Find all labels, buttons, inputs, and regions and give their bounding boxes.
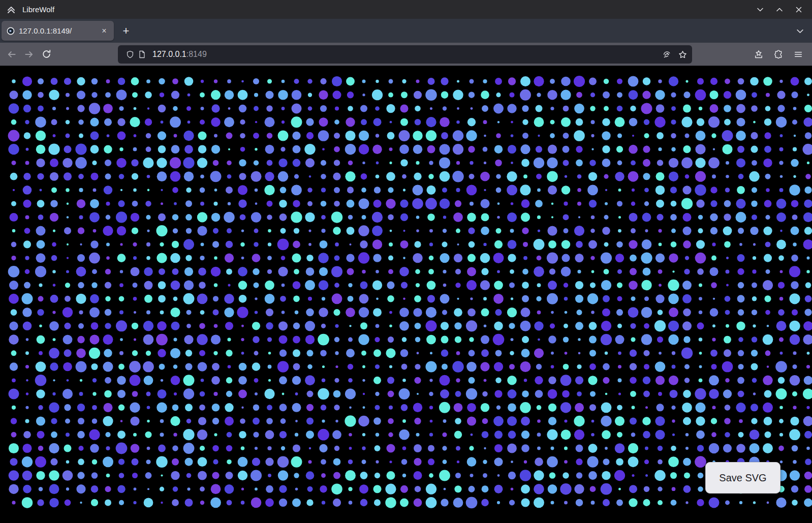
extensions-puzzle-icon[interactable] xyxy=(770,46,787,63)
bookmark-star-icon[interactable] xyxy=(678,50,687,59)
browser-tab[interactable]: 127.0.0.1:8149/ × xyxy=(2,21,114,41)
toolbar-right-icons xyxy=(750,46,807,63)
menu-hamburger-icon[interactable] xyxy=(790,46,807,63)
double-chevron-up-icon xyxy=(6,5,16,15)
window-controls xyxy=(753,3,806,17)
forward-button[interactable] xyxy=(20,46,38,63)
navigation-toolbar: 127.0.0.1:8149 xyxy=(0,43,812,66)
reload-button[interactable] xyxy=(38,46,55,63)
close-window-button[interactable] xyxy=(792,3,806,17)
page-info-icon[interactable] xyxy=(138,50,146,58)
window-title: LibreWolf xyxy=(22,5,54,14)
minimize-button[interactable] xyxy=(753,3,767,17)
url-text: 127.0.0.1:8149 xyxy=(152,50,663,59)
tab-title: 127.0.0.1:8149/ xyxy=(19,26,99,35)
list-all-tabs-button[interactable] xyxy=(792,23,808,39)
new-tab-button[interactable]: + xyxy=(118,23,134,39)
tab-strip: 127.0.0.1:8149/ × + xyxy=(0,19,812,43)
tab-favicon-icon xyxy=(7,27,15,35)
url-host: 127.0.0.1 xyxy=(152,50,186,58)
bookmarks-menu-icon[interactable] xyxy=(750,46,767,63)
page-content: Save SVG xyxy=(0,66,812,522)
shield-icon[interactable] xyxy=(126,50,134,58)
dot-grid xyxy=(0,66,812,522)
fingerprint-protection-icon[interactable] xyxy=(663,50,671,59)
back-button[interactable] xyxy=(3,46,20,63)
window-titlebar: LibreWolf xyxy=(0,0,812,19)
save-svg-button[interactable]: Save SVG xyxy=(705,462,780,494)
url-port: :8149 xyxy=(186,50,207,58)
url-bar[interactable]: 127.0.0.1:8149 xyxy=(118,45,692,64)
tab-close-button[interactable]: × xyxy=(99,25,110,37)
maximize-button[interactable] xyxy=(772,3,787,17)
